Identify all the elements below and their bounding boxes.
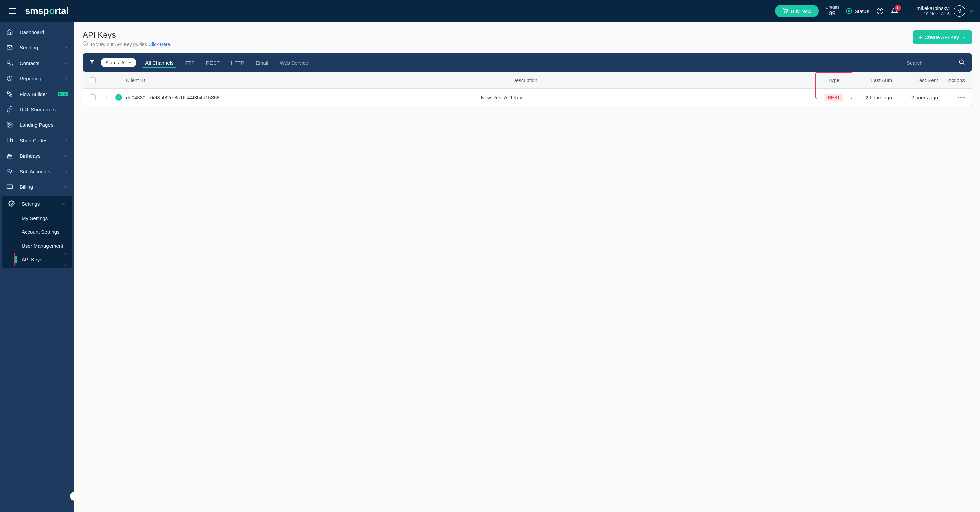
sidebar-item-url-shorteners[interactable]: URL Shorteners	[0, 101, 75, 117]
column-header-description[interactable]: Description	[512, 78, 818, 83]
credits-value: 89	[829, 10, 835, 17]
sidebar-item-billing[interactable]: Billing	[0, 179, 75, 195]
row-checkbox[interactable]	[89, 94, 95, 100]
sidebar-item-label: Reporting	[19, 76, 57, 81]
buy-now-label: Buy Now	[791, 8, 811, 14]
gear-icon	[8, 200, 16, 207]
sidebar-item-contacts[interactable]: Contacts	[0, 55, 75, 71]
sidebar-subitem-user-management[interactable]: User Management	[2, 239, 72, 253]
notifications-button[interactable]: 1	[891, 7, 899, 15]
table-header-row: Client ID Description Type Last Auth Las…	[83, 72, 972, 89]
user-name: mikekarpinskyi	[917, 5, 950, 12]
logo-text-post: rtal	[54, 6, 69, 16]
svg-rect-5	[7, 138, 11, 142]
svg-point-12	[958, 97, 959, 98]
main-content: API Keys To view our API Key guides Clic…	[75, 22, 980, 512]
tab-http[interactable]: HTTP	[228, 54, 247, 71]
chevron-down-icon	[64, 60, 68, 65]
tab-all-channels[interactable]: All Channels	[142, 54, 176, 71]
status-filter-dropdown[interactable]: Status: All	[101, 58, 137, 67]
tab-web-service[interactable]: Web Service	[277, 54, 311, 71]
help-icon	[876, 7, 884, 15]
table-row: dd04830b-0ef8-482e-8c16-44f3b4d15358 New…	[83, 89, 972, 106]
sidebar-item-label: Contacts	[19, 60, 57, 66]
column-header-actions: Actions	[938, 78, 965, 83]
type-badge: REST	[825, 94, 843, 101]
sidebar-item-landing-pages[interactable]: Landing Pages	[0, 117, 75, 133]
sidebar-collapse-button[interactable]	[70, 492, 75, 501]
sidebar-item-sub-accounts[interactable]: Sub Accounts	[0, 163, 75, 179]
hamburger-menu-icon[interactable]	[7, 6, 18, 16]
status-filter-label: Status: All	[105, 60, 126, 65]
logo[interactable]: smsportal	[25, 6, 68, 16]
sidebar-subitem-api-keys[interactable]: API Keys	[14, 253, 66, 266]
sidebar-item-label: Billing	[19, 184, 57, 190]
user-menu[interactable]: mikekarpinskyi 18 Nov 18:16 M	[917, 5, 973, 17]
sidebar-item-flow-builder[interactable]: Flow Builder NEW	[0, 86, 75, 101]
row-actions-button[interactable]	[938, 96, 965, 98]
column-header-type[interactable]: Type	[818, 78, 850, 83]
sidebar-subitem-my-settings[interactable]: My Settings	[2, 211, 72, 225]
cake-icon	[6, 152, 13, 159]
tab-ftp[interactable]: FTP	[182, 54, 197, 71]
svg-point-13	[961, 97, 962, 98]
sidebar-subitem-label: My Settings	[22, 215, 48, 221]
more-icon	[958, 96, 965, 98]
home-icon	[6, 28, 13, 36]
users-icon	[6, 59, 13, 67]
page-subtitle-text: To view our API Key guides	[90, 42, 148, 47]
svg-point-2	[8, 60, 10, 63]
tab-email[interactable]: Email	[253, 54, 271, 71]
create-api-key-button[interactable]: + Create API Key	[913, 30, 972, 44]
guides-link[interactable]: Click Here	[148, 42, 170, 47]
sidebar-item-label: Birthdays	[19, 153, 57, 159]
status-label: Status	[855, 8, 869, 14]
pie-chart-icon	[6, 75, 13, 82]
chevron-right-icon	[104, 95, 108, 99]
sidebar-item-reporting[interactable]: Reporting	[0, 71, 75, 86]
cell-last-sent: 2 hours ago	[896, 95, 938, 100]
chevron-down-icon	[64, 154, 68, 158]
expand-row-button[interactable]	[104, 95, 115, 100]
user-date: 18 Nov 18:16	[917, 11, 950, 17]
column-header-last-auth[interactable]: Last Auth	[850, 78, 892, 83]
cell-description: New Rest API Key	[481, 95, 818, 100]
sidebar-item-label: URL Shorteners	[19, 107, 68, 113]
sidebar: Dashboard Sending Contacts Reporting Flo…	[0, 22, 75, 512]
page-title: API Keys	[83, 30, 172, 40]
create-api-key-label: Create API Key	[924, 34, 959, 40]
cell-last-auth: 2 hours ago	[850, 95, 892, 100]
chevron-down-icon	[64, 76, 68, 81]
filter-icon[interactable]	[89, 59, 95, 66]
search-icon[interactable]	[958, 59, 965, 67]
sidebar-item-label: Settings	[22, 201, 56, 206]
info-icon	[83, 41, 88, 48]
status-indicator[interactable]: Status	[846, 8, 869, 14]
status-dot-icon	[846, 8, 852, 14]
column-header-last-sent[interactable]: Last Sent	[896, 78, 938, 83]
column-header-client-id[interactable]: Client ID	[104, 78, 512, 83]
svg-point-7	[8, 169, 10, 171]
sidebar-item-short-codes[interactable]: Short Codes	[0, 133, 75, 148]
new-badge: NEW	[57, 92, 69, 96]
api-keys-table: Client ID Description Type Last Auth Las…	[83, 72, 972, 106]
svg-point-4	[8, 124, 10, 124]
svg-rect-6	[11, 139, 13, 142]
sidebar-group-settings: Settings My Settings Account Settings Us…	[2, 196, 72, 268]
tab-rest[interactable]: REST	[204, 54, 222, 71]
sidebar-item-birthdays[interactable]: Birthdays	[0, 148, 75, 163]
avatar: M	[954, 5, 965, 17]
filter-bar: Status: All All Channels FTP REST HTTP E…	[83, 54, 972, 72]
buy-now-button[interactable]: Buy Now	[775, 5, 819, 17]
chevron-down-icon	[962, 35, 966, 40]
sidebar-item-sending[interactable]: Sending	[0, 40, 75, 55]
select-all-checkbox[interactable]	[89, 78, 95, 83]
sidebar-subitem-account-settings[interactable]: Account Settings	[2, 225, 72, 239]
help-button[interactable]	[876, 7, 884, 15]
sidebar-item-settings[interactable]: Settings	[2, 196, 72, 211]
plus-icon: +	[919, 34, 922, 40]
chevron-down-icon	[64, 45, 68, 50]
search-input[interactable]	[907, 60, 954, 66]
sidebar-item-dashboard[interactable]: Dashboard	[0, 24, 75, 40]
app-header: smsportal Buy Now Credits 89 Status 1 mi…	[0, 0, 980, 22]
